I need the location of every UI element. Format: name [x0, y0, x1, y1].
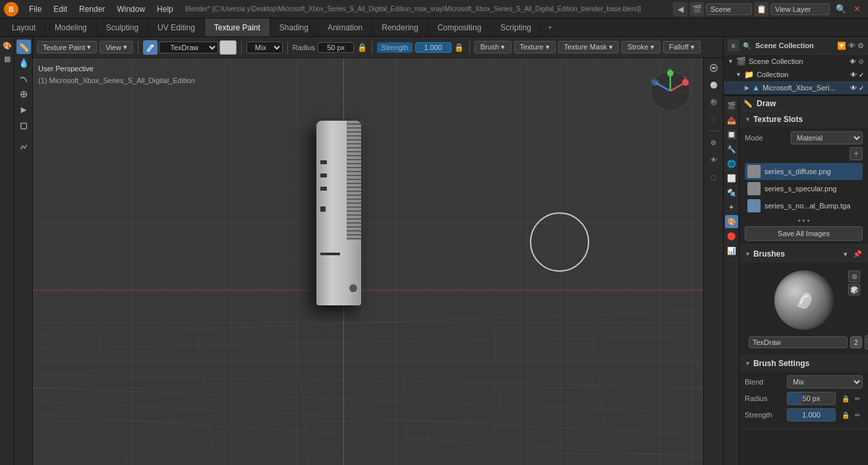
blend-select[interactable]: Mix: [787, 375, 863, 388]
brushes-header[interactable]: ▼ Brushes ▾ 📌: [739, 245, 868, 263]
viewport-shading-material[interactable]: [707, 95, 721, 109]
scene-icon[interactable]: 🎬: [689, 2, 704, 16]
tool-annotate[interactable]: [16, 140, 31, 154]
left-strip-mesh-icon[interactable]: ▦: [1, 53, 13, 65]
color-swatch[interactable]: [219, 40, 237, 55]
tab-layout[interactable]: Layout: [3, 18, 45, 36]
blend-mode-select[interactable]: Mix: [246, 42, 283, 53]
radius-lock-btn[interactable]: 🔒: [840, 392, 851, 405]
tab-uv-editing[interactable]: UV Editing: [148, 18, 205, 36]
texture-slots-header[interactable]: ▼ Texture Slots: [739, 111, 868, 127]
prop-tab-particles[interactable]: ✦: [725, 201, 738, 214]
brush-name-input[interactable]: [749, 336, 848, 348]
texture-slot-0[interactable]: series_s_diffuse.png: [745, 163, 863, 180]
outliner-icon-2[interactable]: 🔍: [741, 40, 753, 51]
menu-file[interactable]: File: [24, 3, 47, 15]
tool-draw[interactable]: ✏️: [16, 40, 31, 54]
view-button[interactable]: View ▾: [100, 41, 133, 53]
add-texture-button[interactable]: +: [850, 147, 863, 160]
stroke-button[interactable]: Stroke ▾: [622, 41, 660, 53]
tool-clone[interactable]: [16, 87, 31, 102]
window-close-icon[interactable]: ✕: [850, 2, 864, 16]
falloff-button[interactable]: Falloff ▾: [663, 41, 701, 53]
orientation-gizmo[interactable]: X Y Z: [647, 68, 693, 114]
render-engine-toggle[interactable]: ◀: [673, 2, 687, 16]
search-icon[interactable]: 🔍: [834, 2, 848, 16]
outliner-visibility-icon[interactable]: 👁: [848, 42, 855, 50]
scene-input[interactable]: [706, 3, 752, 15]
tool-mask[interactable]: [16, 119, 31, 133]
tab-scripting[interactable]: Scripting: [491, 18, 541, 36]
brush-favorite-button[interactable]: ♡: [865, 335, 868, 350]
menu-help[interactable]: Help: [152, 3, 179, 15]
brush-button[interactable]: Brush ▾: [475, 41, 511, 53]
tab-animation[interactable]: Animation: [318, 18, 372, 36]
texture-expand-btn[interactable]: • • •: [745, 214, 863, 226]
strength-bar[interactable]: 1.000: [787, 408, 836, 421]
mode-select[interactable]: Material: [791, 131, 863, 144]
left-strip-paint-icon[interactable]: 🎨: [1, 40, 13, 51]
outliner-object[interactable]: ▶ ▲ Microsoft_Xbox_Seri... 👁 ✓: [724, 81, 868, 94]
viewport-display-mode[interactable]: [707, 61, 721, 75]
save-all-images-button[interactable]: Save All Images: [745, 226, 863, 241]
view-menu-button[interactable]: Texture Paint ▾: [37, 41, 97, 53]
visibility-icon[interactable]: 👁: [850, 58, 856, 65]
collection-select-icon[interactable]: ✓: [859, 71, 864, 78]
menu-edit[interactable]: Edit: [48, 3, 72, 15]
tool-fill[interactable]: [16, 103, 31, 117]
overlay-toggle[interactable]: 👁: [707, 152, 721, 167]
strength-lock-btn[interactable]: 🔒: [840, 408, 851, 421]
outliner-select-icon[interactable]: ⚙: [857, 42, 864, 50]
radius-input[interactable]: [318, 42, 354, 53]
prop-tab-view-layer[interactable]: 🔲: [725, 128, 738, 141]
texture-slot-2[interactable]: series_s_no...al_Bump.tga: [745, 197, 863, 214]
tab-rendering[interactable]: Rendering: [372, 18, 428, 36]
prop-tab-scene[interactable]: 🔧: [725, 142, 738, 156]
outliner-scene-collection[interactable]: ▼ 🎬 Scene Collection 👁 ⚙: [724, 55, 868, 68]
radius-pen-btn[interactable]: ✏: [852, 392, 863, 405]
radius-lock-icon[interactable]: 🔒: [357, 42, 367, 53]
brush-icon[interactable]: [143, 40, 158, 55]
outliner-filter-icon[interactable]: 🔽: [837, 42, 846, 50]
brush-random-icon[interactable]: 🎲: [848, 284, 860, 295]
menu-window[interactable]: Window: [111, 3, 150, 15]
texture-slot-1[interactable]: series_s_specular.png: [745, 180, 863, 197]
tab-sculpting[interactable]: Sculpting: [97, 18, 148, 36]
prop-tab-modifier[interactable]: 🔩: [725, 186, 738, 199]
tab-compositing[interactable]: Compositing: [428, 18, 492, 36]
brushes-pin-icon[interactable]: 📌: [852, 249, 863, 259]
prop-tab-output[interactable]: 📤: [725, 113, 738, 127]
menu-render[interactable]: Render: [74, 3, 110, 15]
outliner-collection[interactable]: ▼ 📁 Collection 👁 ✓: [724, 68, 868, 81]
prop-tab-object[interactable]: ⬜: [725, 171, 738, 185]
brushes-collapse-icon[interactable]: ▾: [840, 249, 851, 259]
strength-lock-icon[interactable]: 🔒: [454, 42, 465, 53]
select-icon[interactable]: ⚙: [858, 58, 864, 65]
tool-smear[interactable]: [16, 71, 31, 86]
tab-shading[interactable]: Shading: [270, 18, 318, 36]
strength-input[interactable]: [415, 42, 451, 53]
radius-bar[interactable]: 50 px: [787, 392, 836, 405]
3d-viewport[interactable]: User Perspective (1) Microsoft_Xbox_Seri…: [33, 58, 723, 465]
brush-settings-icon[interactable]: ⚙: [848, 270, 860, 282]
prop-tab-world[interactable]: 🌐: [725, 157, 738, 170]
gizmo-toggle[interactable]: ⚙: [707, 135, 721, 150]
brush-name-select[interactable]: TexDraw: [159, 42, 218, 53]
tool-soften[interactable]: 💧: [16, 55, 31, 70]
strength-pen-btn[interactable]: ✏: [852, 408, 863, 421]
prop-tab-material[interactable]: 🎨: [725, 215, 738, 228]
xray-toggle[interactable]: ◌: [707, 170, 721, 184]
view-layer-input[interactable]: [770, 3, 830, 15]
prop-tab-constraints[interactable]: 🔴: [725, 230, 738, 243]
outliner-icon-1[interactable]: ≡: [728, 40, 739, 51]
prop-tab-data[interactable]: 📊: [725, 244, 738, 257]
collection-visibility-icon[interactable]: 👁: [850, 71, 857, 78]
object-visibility-icon[interactable]: 👁: [850, 84, 857, 92]
brush-settings-header[interactable]: ▼ Brush Settings: [739, 356, 868, 371]
view-layer-icon[interactable]: 📋: [754, 2, 768, 16]
viewport-shading-rendered[interactable]: [707, 112, 721, 127]
texture-mask-button[interactable]: Texture Mask ▾: [558, 41, 619, 53]
texture-button[interactable]: Texture ▾: [514, 41, 556, 53]
object-select-icon[interactable]: ✓: [859, 84, 864, 92]
tab-modeling[interactable]: Modeling: [45, 18, 97, 36]
